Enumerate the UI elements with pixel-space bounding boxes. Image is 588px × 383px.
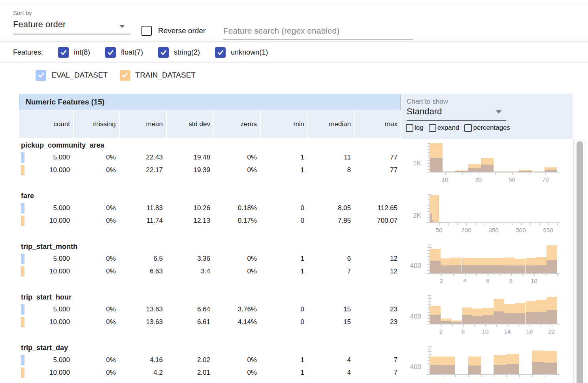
table-row: 10,0000%11.7412.130.17%07.85700.07 [19, 214, 401, 227]
x-axis-tick [462, 173, 463, 175]
stat-value: 13.63 [119, 303, 166, 316]
stat-value: 22.17 [119, 164, 166, 176]
x-axis [426, 222, 560, 223]
histogram-bar [430, 315, 441, 324]
x-axis-tick [529, 173, 530, 175]
dataset-color-swatch [21, 266, 24, 277]
sort-by-value: Feature order [13, 19, 130, 30]
histogram-bar [483, 315, 494, 324]
feature-name: trip_start_hour [19, 291, 401, 303]
stat-value: 0% [213, 265, 260, 278]
x-axis-tick-label: 18 [521, 328, 538, 335]
log-toggle[interactable]: log [406, 124, 424, 132]
x-axis-tick-label: 2 [432, 328, 450, 335]
stat-value: 7 [354, 354, 401, 366]
expand-toggle[interactable]: expand [429, 124, 460, 132]
feature-name: trip_start_month [19, 241, 401, 252]
column-header-min: min [260, 111, 307, 138]
dataset-label: EVAL_DATASET [51, 71, 108, 80]
stat-value: 1 [260, 265, 307, 278]
stat-value: 13.63 [119, 316, 166, 328]
x-axis-tick-label: 50 [503, 176, 521, 183]
x-axis-tick [479, 173, 479, 175]
dataset-toggle-train[interactable]: TRAIN_DATASET [120, 70, 196, 81]
stat-value: 19.48 [166, 151, 213, 164]
feature-type-filter-int[interactable]: int(8) [58, 47, 90, 58]
histogram-bar [430, 261, 441, 273]
x-axis-tick [494, 223, 494, 226]
x-axis-tick [495, 173, 496, 175]
x-axis-tick [539, 223, 540, 226]
percentages-checkbox[interactable] [464, 124, 472, 132]
feature-name: pickup_community_area [19, 139, 401, 151]
x-axis-tick [476, 274, 477, 276]
stat-value: 0.17% [213, 214, 260, 227]
x-axis-tick [557, 223, 558, 226]
x-axis-tick [507, 324, 508, 327]
x-axis-tick-label: 2 [433, 277, 450, 284]
histogram-bar [472, 265, 483, 273]
x-axis-tick [452, 324, 453, 327]
x-axis-tick [457, 223, 458, 226]
feature-type-filter-string[interactable]: string(2) [158, 47, 200, 58]
x-axis-tick [443, 375, 443, 377]
percentages-toggle[interactable]: percentages [464, 124, 510, 132]
stat-value: 22.43 [119, 151, 166, 164]
vertical-scrollbar[interactable] [573, 139, 586, 383]
dataset-color-swatch [21, 368, 24, 378]
expand-checkbox[interactable] [429, 124, 436, 132]
filter-label: unknown(1) [231, 48, 268, 57]
stat-value: 3.76% [213, 303, 260, 316]
checkbox-checked-icon [120, 70, 130, 81]
feature-type-filter-float[interactable]: float(7) [105, 47, 143, 58]
histogram-bar [506, 364, 519, 374]
dataset-toggle-eval[interactable]: EVAL_DATASET [36, 70, 108, 81]
checkbox-checked-icon [105, 47, 116, 58]
dataset-color-swatch [21, 203, 24, 213]
stat-value: 5,000 [19, 202, 73, 214]
x-axis-tick [499, 274, 500, 276]
stat-value: 6.63 [119, 265, 166, 278]
chevron-down-icon[interactable] [496, 110, 501, 114]
stat-value: 1 [260, 252, 307, 265]
histogram-bar [430, 365, 443, 374]
x-axis-tick-label: 30 [470, 176, 487, 183]
x-axis-tick [496, 324, 497, 327]
log-checkbox[interactable] [406, 124, 413, 132]
stat-value: 0% [73, 151, 119, 164]
stat-value: 0% [73, 265, 119, 278]
stat-value: 3.4 [166, 265, 213, 278]
reverse-order-label: Reverse order [158, 27, 205, 35]
search-input[interactable] [223, 25, 413, 40]
histogram-bar [536, 265, 547, 273]
reverse-order-checkbox[interactable] [141, 26, 152, 36]
histogram-bar [494, 365, 506, 374]
x-axis-tick-label: 6 [479, 277, 496, 284]
stat-value: 0% [213, 354, 260, 366]
x-axis-tick-label: 22 [543, 328, 560, 335]
dataset-color-swatch [21, 254, 24, 264]
feature-table-body: pickup_community_area5,0000%22.4319.480%… [19, 139, 401, 383]
reverse-order-control[interactable]: Reverse order [141, 26, 205, 36]
x-axis-tick [468, 375, 469, 377]
x-axis [426, 324, 560, 324]
stat-value: 0% [73, 354, 119, 366]
stat-value: 6.64 [166, 303, 213, 316]
feature-type-filter-unknown[interactable]: unknown(1) [215, 47, 268, 58]
x-axis-tick [465, 274, 466, 276]
x-axis [426, 172, 560, 173]
stat-value: 2.02 [166, 354, 213, 366]
column-header-stddev: std dev [166, 111, 213, 138]
chevron-down-icon[interactable] [119, 25, 125, 28]
chart-type-select[interactable]: Standard [407, 106, 506, 121]
checkbox-checked-icon [58, 47, 69, 58]
dataset-color-swatch [21, 216, 24, 226]
scrollbar-thumb[interactable] [577, 141, 583, 383]
sort-by-select[interactable]: Sort by Feature order [13, 9, 130, 34]
x-axis-tick [512, 173, 513, 175]
stat-value: 6 [307, 252, 354, 265]
stat-value: 4.2 [119, 366, 166, 379]
x-axis-tick-label: 10 [525, 277, 543, 284]
filter-label: string(2) [174, 48, 200, 57]
chart-to-show-label: Chart to show [407, 98, 573, 106]
